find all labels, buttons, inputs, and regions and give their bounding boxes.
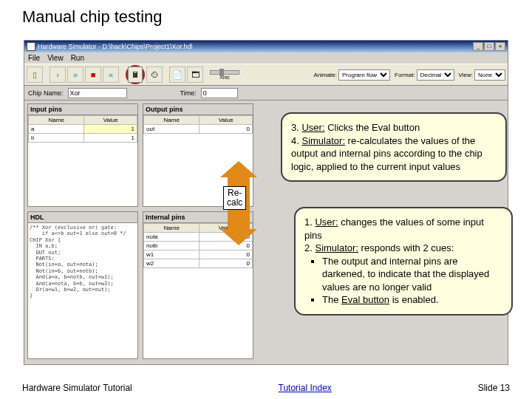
col-value: Value [200, 116, 253, 125]
menu-view[interactable]: View [47, 54, 64, 62]
tutorial-index-link[interactable]: Tutorial Index [279, 383, 332, 393]
table-row: out0 [144, 125, 253, 134]
minimize-button[interactable]: _ [473, 42, 483, 51]
view-label: View: [459, 72, 473, 78]
step-button[interactable]: › [50, 66, 66, 83]
col-name: Name [29, 116, 84, 125]
open-chip-button[interactable]: ▯ [27, 66, 43, 83]
chip-name-label: Chip Name: [28, 89, 64, 97]
script-button[interactable]: 📄 [169, 66, 185, 83]
menu-file[interactable]: File [28, 54, 40, 62]
run-button[interactable]: » [67, 66, 83, 83]
table-row: w10 [144, 250, 253, 259]
stop-button[interactable]: ■ [85, 66, 101, 83]
namebar: Chip Name: Time: [24, 86, 508, 100]
input-pins-table: NameValue a1 b1 [28, 115, 137, 143]
screen-button[interactable]: 🗔 [187, 66, 203, 83]
time-label: Time: [180, 89, 197, 97]
window-title: Hardware Simulator - D:\hack\Chips\Proje… [38, 43, 193, 50]
menubar: File View Run [24, 52, 508, 64]
eval-button-highlight: 🖩 [126, 65, 145, 84]
format-select[interactable]: Decimal [417, 69, 454, 81]
toolbar: ▯ › » ■ « 🖩 ⏲ 📄 🗔 Xinc Animate: Program … [24, 64, 508, 86]
footer: Hardware Simulator Tutorial Tutorial Ind… [0, 383, 532, 393]
col-value: Value [84, 116, 137, 125]
animate-label: Animate: [313, 72, 337, 78]
view-select[interactable]: None [474, 69, 505, 81]
hdl-text: /** Xor (exclusive or) gate: if a<>b out… [28, 223, 137, 301]
bullet: The Eval button is enabled. [322, 293, 502, 307]
close-button[interactable]: × [495, 42, 505, 51]
speed-slider[interactable] [210, 70, 239, 75]
callout-top: 3. User: Clicks the Eval button 4. Simul… [281, 112, 507, 182]
format-label: Format: [395, 72, 415, 78]
eval-button[interactable]: 🖩 [128, 66, 143, 83]
maximize-button[interactable]: □ [484, 42, 494, 51]
table-row[interactable]: b1 [29, 134, 137, 143]
slide-title: Manual chip testing [22, 7, 163, 27]
chip-name-field[interactable] [68, 88, 127, 98]
input-pins-title: Input pins [28, 104, 137, 115]
animate-select[interactable]: Program flow [338, 69, 390, 81]
recalc-label: Re-calc [223, 186, 246, 210]
footer-left: Hardware Simulator Tutorial [22, 383, 132, 393]
arrow-down-icon [220, 229, 257, 245]
col-name: Name [144, 116, 200, 125]
titlebar: Hardware Simulator - D:\hack\Chips\Proje… [24, 41, 508, 52]
output-pins-table: NameValue out0 [143, 115, 253, 134]
footer-right: Slide 13 [478, 383, 510, 393]
input-pins-panel: Input pins NameValue a1 b1 [27, 103, 138, 207]
hdl-title: HDL [28, 212, 137, 223]
col-name: Name [144, 224, 200, 233]
callout-bottom: 1. User: changes the values of some inpu… [294, 207, 513, 316]
table-row[interactable]: a1 [29, 125, 137, 134]
menu-run[interactable]: Run [71, 54, 84, 62]
hdl-panel: HDL /** Xor (exclusive or) gate: if a<>b… [27, 211, 138, 359]
output-pins-title: Output pins [143, 104, 253, 115]
arrow-up-icon [220, 161, 257, 177]
app-window: Hardware Simulator - D:\hack\Chips\Proje… [24, 40, 508, 365]
reset-button[interactable]: « [103, 66, 119, 83]
table-row: w20 [144, 259, 253, 268]
tick-button[interactable]: ⏲ [146, 66, 163, 83]
time-field [201, 88, 238, 98]
bullet: The output and internal pins are darkene… [322, 255, 502, 294]
app-icon [27, 42, 35, 51]
